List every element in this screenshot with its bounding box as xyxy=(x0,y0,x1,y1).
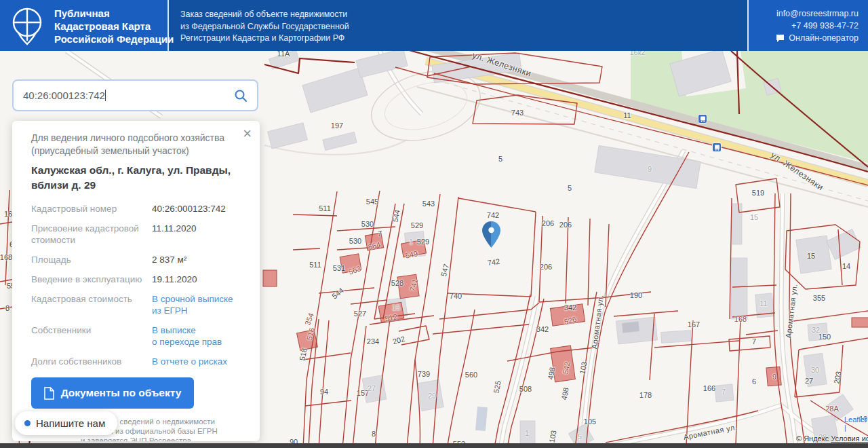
info-row-label: Кадастровый номер xyxy=(31,203,152,214)
search-icon[interactable] xyxy=(234,89,248,102)
location-pin-icon xyxy=(482,221,500,248)
info-row: Присвоение кадастровой стоимости11.11.20… xyxy=(31,223,241,246)
terms-of-use-link[interactable]: Условия испол xyxy=(831,434,868,443)
header-contacts: info@rosreestrmap.ru +7 499 938-47-72 Он… xyxy=(776,7,859,44)
search-bar[interactable]: 40:26:000123:742 xyxy=(12,79,258,111)
brand-logo-block[interactable]: Публичная Кадастровая Карта Российской Ф… xyxy=(9,5,174,46)
parcel-info-panel: × Для ведения личного подсобного хозяйст… xyxy=(12,121,260,441)
write-to-us-button[interactable]: Напишите нам xyxy=(15,411,117,435)
search-input[interactable]: 40:26:000123:742 xyxy=(23,90,234,101)
chat-bubble-icon xyxy=(776,34,785,42)
info-row-label: Введение в эксплуатацию xyxy=(31,274,152,285)
info-row-value: 2 837 м² xyxy=(152,254,241,265)
info-row-label: Собственники xyxy=(31,324,152,348)
yandex-copyright: © Яндекс xyxy=(796,434,829,443)
parcel-address: Калужская обл., г. Калуга, ул. Правды, в… xyxy=(31,163,241,193)
bus-stop-icon[interactable] xyxy=(698,114,707,124)
header: Публичная Кадастровая Карта Российской Ф… xyxy=(0,0,868,51)
info-row: Кадастровая стоимостьВ срочной выписке и… xyxy=(31,293,241,316)
info-row: Площадь2 837 м² xyxy=(31,254,241,265)
bus-stop-icon[interactable] xyxy=(712,143,722,152)
parcel-attributes: Кадастровый номер40:26:000123:742Присвое… xyxy=(31,203,241,367)
document-icon xyxy=(44,387,54,400)
chat-status-dot-icon xyxy=(24,420,31,426)
leaflet-attribution[interactable]: Leaflet | xyxy=(844,415,868,432)
documents-button[interactable]: Документы по объекту xyxy=(31,377,194,409)
info-row-link[interactable]: В отчете о рисках xyxy=(152,356,241,367)
info-row-value: 40:26:000123:742 xyxy=(152,203,241,214)
info-row-link[interactable]: В срочной выписке из ЕГРН xyxy=(152,293,241,316)
online-operator-link[interactable]: Онлайн-оператор xyxy=(776,32,859,44)
info-row: Введение в эксплуатацию19.11.2020 xyxy=(31,274,241,285)
info-row: Долги собственниковВ отчете о рисках xyxy=(31,356,241,367)
info-row-label: Площадь xyxy=(31,254,152,265)
bottom-strip xyxy=(0,443,868,448)
info-row-label: Долги собственников xyxy=(31,356,152,367)
info-row-label: Присвоение кадастровой стоимости xyxy=(31,223,152,246)
close-icon[interactable]: × xyxy=(243,126,252,141)
info-row-value: 19.11.2020 xyxy=(152,274,241,285)
info-row: СобственникиВ выписке о переходе прав xyxy=(31,324,241,348)
email-link[interactable]: info@rosreestrmap.ru xyxy=(776,7,859,20)
text-caret xyxy=(105,90,106,101)
info-row: Кадастровый номер40:26:000123:742 xyxy=(31,203,241,214)
brand-title: Публичная Кадастровая Карта Российской Ф… xyxy=(54,7,174,45)
info-row-link[interactable]: В выписке о переходе прав xyxy=(152,324,241,348)
info-row-value: 11.11.2020 xyxy=(152,223,241,246)
header-divider xyxy=(747,0,749,51)
phone-number[interactable]: +7 499 938-47-72 xyxy=(776,20,859,32)
cadastral-map-logo-icon xyxy=(9,5,45,46)
public-cadastral-map-app: 11А7431116к21979555191515143551116832150… xyxy=(0,0,868,448)
header-service-text: Заказ сведений об объекте недвижимости и… xyxy=(180,9,349,45)
yandex-attribution: © Яндекс Условия испол xyxy=(796,434,868,443)
land-use-description: Для ведения личного подсобного хозяйства… xyxy=(31,132,241,157)
info-row-label: Кадастровая стоимость xyxy=(31,293,152,316)
